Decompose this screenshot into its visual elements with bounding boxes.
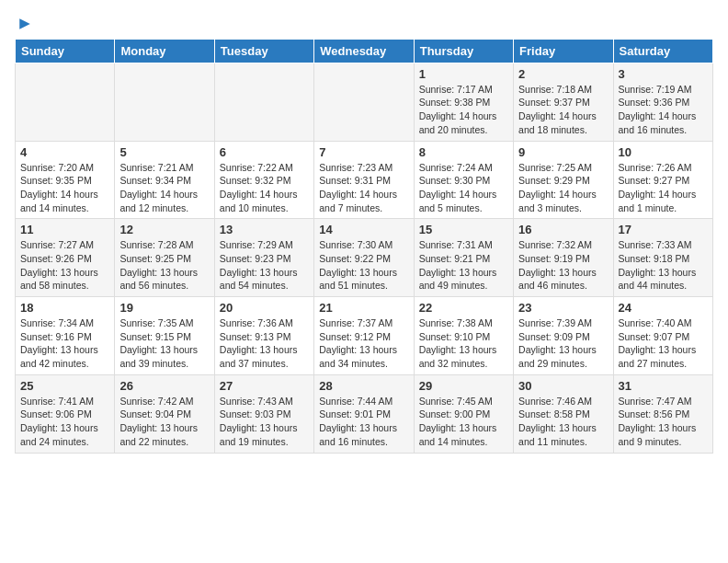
calendar-header-row: SundayMondayTuesdayWednesdayThursdayFrid…	[16, 39, 713, 63]
calendar-week-2: 4Sunrise: 7:20 AM Sunset: 9:35 PM Daylig…	[16, 141, 713, 219]
calendar-cell: 8Sunrise: 7:24 AM Sunset: 9:30 PM Daylig…	[414, 141, 513, 219]
day-info: Sunrise: 7:31 AM Sunset: 9:21 PM Dayligh…	[419, 238, 508, 293]
day-number: 27	[220, 379, 309, 393]
day-info: Sunrise: 7:33 AM Sunset: 9:18 PM Dayligh…	[619, 238, 708, 293]
calendar-cell: 30Sunrise: 7:46 AM Sunset: 8:58 PM Dayli…	[514, 374, 613, 453]
day-info: Sunrise: 7:30 AM Sunset: 9:22 PM Dayligh…	[319, 238, 408, 293]
day-info: Sunrise: 7:18 AM Sunset: 9:37 PM Dayligh…	[518, 83, 608, 137]
calendar-cell: 3Sunrise: 7:19 AM Sunset: 9:36 PM Daylig…	[613, 63, 712, 141]
calendar-cell	[214, 63, 313, 141]
calendar-cell: 10Sunrise: 7:26 AM Sunset: 9:27 PM Dayli…	[613, 141, 712, 219]
calendar-cell: 2Sunrise: 7:18 AM Sunset: 9:37 PM Daylig…	[514, 63, 613, 141]
calendar-cell: 11Sunrise: 7:27 AM Sunset: 9:26 PM Dayli…	[16, 219, 115, 297]
day-number: 7	[319, 145, 408, 159]
calendar-cell: 7Sunrise: 7:23 AM Sunset: 9:31 PM Daylig…	[314, 141, 414, 219]
calendar-cell: 1Sunrise: 7:17 AM Sunset: 9:38 PM Daylig…	[414, 63, 513, 141]
calendar-cell: 20Sunrise: 7:36 AM Sunset: 9:13 PM Dayli…	[214, 297, 313, 375]
day-info: Sunrise: 7:35 AM Sunset: 9:15 PM Dayligh…	[119, 316, 209, 371]
calendar-cell: 29Sunrise: 7:45 AM Sunset: 9:00 PM Dayli…	[414, 374, 513, 453]
day-number: 9	[518, 145, 608, 159]
day-info: Sunrise: 7:34 AM Sunset: 9:16 PM Dayligh…	[20, 316, 109, 371]
calendar-cell: 27Sunrise: 7:43 AM Sunset: 9:03 PM Dayli…	[214, 374, 313, 453]
day-number: 1	[419, 67, 508, 81]
calendar-cell: 13Sunrise: 7:29 AM Sunset: 9:23 PM Dayli…	[214, 219, 313, 297]
day-info: Sunrise: 7:43 AM Sunset: 9:03 PM Dayligh…	[220, 395, 309, 449]
calendar-cell: 14Sunrise: 7:30 AM Sunset: 9:22 PM Dayli…	[314, 219, 414, 297]
calendar-header-saturday: Saturday	[613, 39, 712, 63]
calendar-header-friday: Friday	[514, 39, 613, 63]
day-info: Sunrise: 7:26 AM Sunset: 9:27 PM Dayligh…	[619, 161, 708, 215]
calendar-week-3: 11Sunrise: 7:27 AM Sunset: 9:26 PM Dayli…	[16, 219, 713, 297]
day-number: 26	[119, 379, 209, 393]
calendar-cell: 19Sunrise: 7:35 AM Sunset: 9:15 PM Dayli…	[115, 297, 214, 375]
day-info: Sunrise: 7:38 AM Sunset: 9:10 PM Dayligh…	[419, 316, 508, 371]
calendar-header-tuesday: Tuesday	[214, 39, 313, 63]
calendar-week-4: 18Sunrise: 7:34 AM Sunset: 9:16 PM Dayli…	[16, 297, 713, 375]
day-info: Sunrise: 7:42 AM Sunset: 9:04 PM Dayligh…	[119, 395, 209, 449]
day-number: 8	[419, 145, 508, 159]
calendar: SundayMondayTuesdayWednesdayThursdayFrid…	[15, 39, 713, 454]
calendar-cell	[314, 63, 414, 141]
day-info: Sunrise: 7:25 AM Sunset: 9:29 PM Dayligh…	[518, 161, 608, 215]
day-number: 30	[518, 379, 608, 393]
calendar-cell: 6Sunrise: 7:22 AM Sunset: 9:32 PM Daylig…	[214, 141, 313, 219]
calendar-header-monday: Monday	[115, 39, 214, 63]
day-number: 18	[20, 301, 109, 315]
calendar-cell: 4Sunrise: 7:20 AM Sunset: 9:35 PM Daylig…	[16, 141, 115, 219]
day-number: 23	[518, 301, 608, 315]
calendar-cell: 5Sunrise: 7:21 AM Sunset: 9:34 PM Daylig…	[115, 141, 214, 219]
day-info: Sunrise: 7:36 AM Sunset: 9:13 PM Dayligh…	[220, 316, 309, 371]
day-info: Sunrise: 7:41 AM Sunset: 9:06 PM Dayligh…	[20, 395, 109, 449]
day-number: 21	[319, 301, 408, 315]
day-info: Sunrise: 7:22 AM Sunset: 9:32 PM Dayligh…	[220, 161, 309, 215]
day-number: 12	[119, 223, 209, 236]
day-info: Sunrise: 7:40 AM Sunset: 9:07 PM Dayligh…	[619, 316, 708, 371]
day-number: 15	[419, 223, 508, 236]
calendar-cell: 26Sunrise: 7:42 AM Sunset: 9:04 PM Dayli…	[115, 374, 214, 453]
calendar-cell: 28Sunrise: 7:44 AM Sunset: 9:01 PM Dayli…	[314, 374, 414, 453]
calendar-week-1: 1Sunrise: 7:17 AM Sunset: 9:38 PM Daylig…	[16, 63, 713, 141]
day-info: Sunrise: 7:32 AM Sunset: 9:19 PM Dayligh…	[518, 238, 608, 293]
day-number: 14	[319, 223, 408, 236]
day-number: 6	[220, 145, 309, 159]
calendar-cell: 12Sunrise: 7:28 AM Sunset: 9:25 PM Dayli…	[115, 219, 214, 297]
day-info: Sunrise: 7:29 AM Sunset: 9:23 PM Dayligh…	[220, 238, 309, 293]
day-number: 19	[119, 301, 209, 315]
logo-text	[15, 15, 33, 33]
day-info: Sunrise: 7:37 AM Sunset: 9:12 PM Dayligh…	[319, 316, 408, 371]
calendar-header-sunday: Sunday	[16, 39, 115, 63]
calendar-cell: 9Sunrise: 7:25 AM Sunset: 9:29 PM Daylig…	[514, 141, 613, 219]
calendar-cell: 16Sunrise: 7:32 AM Sunset: 9:19 PM Dayli…	[514, 219, 613, 297]
day-info: Sunrise: 7:27 AM Sunset: 9:26 PM Dayligh…	[20, 238, 109, 293]
day-info: Sunrise: 7:21 AM Sunset: 9:34 PM Dayligh…	[119, 161, 209, 215]
day-number: 24	[619, 301, 708, 315]
day-info: Sunrise: 7:23 AM Sunset: 9:31 PM Dayligh…	[319, 161, 408, 215]
day-info: Sunrise: 7:19 AM Sunset: 9:36 PM Dayligh…	[619, 83, 708, 137]
day-info: Sunrise: 7:45 AM Sunset: 9:00 PM Dayligh…	[419, 395, 508, 449]
calendar-cell: 24Sunrise: 7:40 AM Sunset: 9:07 PM Dayli…	[613, 297, 712, 375]
day-info: Sunrise: 7:39 AM Sunset: 9:09 PM Dayligh…	[518, 316, 608, 371]
page: SundayMondayTuesdayWednesdayThursdayFrid…	[0, 0, 728, 468]
calendar-header-thursday: Thursday	[414, 39, 513, 63]
calendar-cell	[16, 63, 115, 141]
day-info: Sunrise: 7:20 AM Sunset: 9:35 PM Dayligh…	[20, 161, 109, 215]
day-number: 28	[319, 379, 408, 393]
day-number: 22	[419, 301, 508, 315]
calendar-cell: 15Sunrise: 7:31 AM Sunset: 9:21 PM Dayli…	[414, 219, 513, 297]
calendar-cell: 17Sunrise: 7:33 AM Sunset: 9:18 PM Dayli…	[613, 219, 712, 297]
day-info: Sunrise: 7:17 AM Sunset: 9:38 PM Dayligh…	[419, 83, 508, 137]
day-number: 13	[220, 223, 309, 236]
header	[15, 15, 713, 31]
day-info: Sunrise: 7:24 AM Sunset: 9:30 PM Dayligh…	[419, 161, 508, 215]
calendar-cell: 25Sunrise: 7:41 AM Sunset: 9:06 PM Dayli…	[16, 374, 115, 453]
day-number: 16	[518, 223, 608, 236]
calendar-cell: 22Sunrise: 7:38 AM Sunset: 9:10 PM Dayli…	[414, 297, 513, 375]
day-number: 31	[619, 379, 708, 393]
day-info: Sunrise: 7:46 AM Sunset: 8:58 PM Dayligh…	[518, 395, 608, 449]
day-number: 10	[619, 145, 708, 159]
day-info: Sunrise: 7:44 AM Sunset: 9:01 PM Dayligh…	[319, 395, 408, 449]
day-number: 25	[20, 379, 109, 393]
day-info: Sunrise: 7:28 AM Sunset: 9:25 PM Dayligh…	[119, 238, 209, 293]
logo	[15, 15, 33, 31]
calendar-cell: 31Sunrise: 7:47 AM Sunset: 8:56 PM Dayli…	[613, 374, 712, 453]
